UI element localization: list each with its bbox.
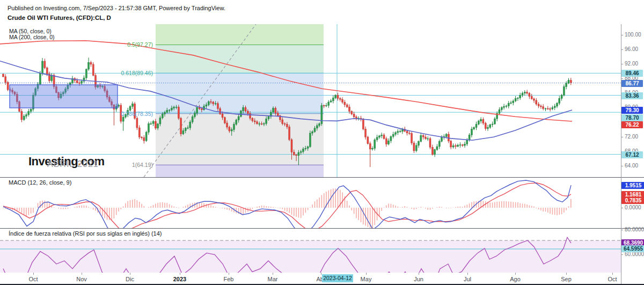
candle-body: [243, 107, 244, 111]
candle-body: [411, 134, 413, 143]
candle-body: [136, 118, 138, 128]
candle-body: [28, 112, 30, 115]
candle-body: [362, 119, 364, 129]
timeline-tick: [419, 273, 419, 275]
candle-body: [547, 108, 548, 109]
candle-body: [26, 115, 27, 116]
candle-body: [39, 73, 41, 84]
candle-body: [376, 137, 378, 140]
timeline-month-label: Mar: [264, 276, 281, 282]
candle-body: [374, 140, 376, 148]
candle-body: [282, 120, 283, 123]
price-axis[interactable]: 100.0096.0092.0088.0084.0080.0076.0072.0…: [621, 0, 644, 285]
candle-body: [427, 138, 429, 139]
candle-body: [229, 127, 230, 131]
candle-body: [164, 113, 166, 114]
candle-body: [162, 114, 163, 118]
axis-value-badge: 76.22: [621, 121, 643, 128]
candle-body: [238, 116, 239, 120]
candle-body: [383, 135, 385, 139]
fib-band: [156, 165, 324, 177]
candle-body: [508, 103, 509, 106]
candle-body: [46, 68, 48, 74]
price-tick-label: 64.00: [625, 163, 638, 169]
candle-body: [240, 111, 241, 116]
candle-body: [23, 116, 25, 120]
candle-body: [344, 102, 346, 105]
candle-body: [335, 95, 336, 98]
timeline-tick: [130, 273, 130, 275]
candle-body: [422, 135, 424, 137]
candle-body: [480, 120, 482, 121]
candle-body: [143, 138, 145, 141]
candle-body: [418, 142, 420, 145]
candle-body: [30, 109, 32, 111]
fib-band: [156, 45, 324, 73]
candle-body: [286, 124, 288, 127]
candle-body: [513, 101, 514, 103]
candle-body: [533, 99, 535, 100]
candle-body: [353, 114, 355, 117]
candle-body: [178, 107, 179, 118]
candle-body: [250, 114, 251, 119]
candle-body: [506, 106, 507, 106]
candle-body: [385, 138, 387, 144]
candle-body: [478, 121, 479, 125]
time-axis[interactable]: OctNovDic2023FebMarAbrMayJunJulAgoSepOct…: [0, 273, 644, 285]
candle-body: [222, 114, 223, 118]
candle-body: [388, 141, 390, 144]
candle-body: [303, 149, 304, 151]
ma200-legend[interactable]: MA (200, close, 0): [9, 34, 55, 40]
rectangle-drawing[interactable]: [10, 85, 118, 108]
macd-pane-label[interactable]: MACD (12, 26, close, 9): [9, 179, 71, 186]
candle-body: [275, 108, 276, 113]
price-tick-label: 96.00: [625, 46, 638, 52]
candle-body: [312, 131, 313, 133]
candle-body: [314, 128, 316, 132]
timeline-month-label: Dic: [121, 276, 138, 282]
candle-body: [563, 87, 565, 96]
pane-separator-rsi[interactable]: [0, 228, 644, 229]
rsi-pane-label[interactable]: Índice de fuerza relativa (RSI por sus s…: [9, 230, 162, 237]
axis-tick: [621, 64, 623, 64]
candle-body: [319, 124, 320, 126]
candle-body: [457, 145, 459, 146]
timeline-tick: [82, 273, 82, 275]
candle-body: [475, 124, 477, 127]
macd-tick-label: 0.0000: [625, 204, 641, 210]
candle-body: [78, 83, 80, 83]
timeline-month-label: Sep: [558, 276, 575, 282]
candle-body: [367, 137, 369, 143]
candle-body: [194, 113, 195, 117]
candle-body: [169, 110, 170, 111]
timeline-tick: [566, 273, 567, 275]
candle-body: [406, 131, 408, 133]
candle-body: [415, 145, 417, 151]
macd-pane[interactable]: [0, 178, 621, 228]
candle-body: [531, 97, 532, 99]
timeline-tick: [515, 273, 516, 275]
pane-separator-macd[interactable]: [0, 177, 644, 178]
candle-body: [501, 107, 502, 109]
candle-body: [464, 144, 466, 145]
timeline-month-label: Jul: [459, 276, 476, 282]
candle-body: [492, 124, 493, 125]
candle-body: [171, 108, 172, 109]
candle-body: [217, 104, 218, 109]
candle-body: [192, 116, 193, 122]
fib-level-label: 0.618(89.46): [72, 70, 153, 76]
candle-body: [88, 62, 90, 69]
candle-body: [441, 137, 443, 142]
timeline-month-label: Nov: [73, 276, 90, 282]
candle-body: [346, 105, 348, 107]
candle-body: [436, 147, 438, 150]
candle-body: [540, 106, 541, 106]
candle-body: [3, 74, 4, 77]
candle-body: [392, 134, 394, 136]
axis-value-badge: 1.9515: [621, 182, 644, 189]
axis-value-badge: 64.5955: [621, 245, 644, 252]
candle-body: [369, 144, 371, 149]
axis-value-badge: 67.12: [621, 151, 643, 158]
candle-body: [150, 123, 152, 124]
rsi-tick-label: 80.0000: [625, 226, 644, 232]
